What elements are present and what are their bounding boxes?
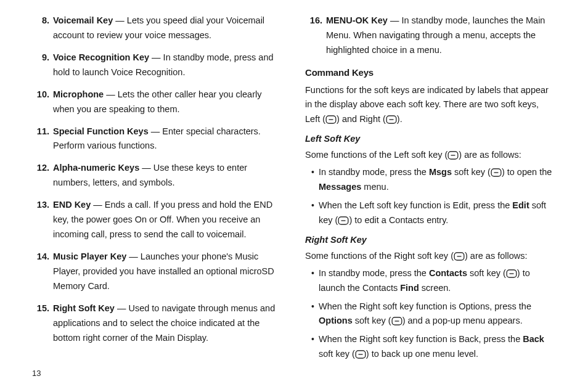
item-term: Right Soft Key: [53, 303, 115, 313]
item-term: Microphone: [53, 89, 104, 99]
list-item: 13.END Key — Ends a call. If you press a…: [53, 198, 283, 242]
softkey-icon: [386, 115, 397, 124]
command-keys-para: Functions for the soft keys are indicate…: [305, 83, 556, 128]
page: 8.Voicemail Key — Lets you speed dial yo…: [0, 0, 588, 392]
bullet-item: When the Left soft key function is Edit,…: [312, 198, 556, 228]
list-item: 9.Voice Recognition Key — In standby mod…: [53, 51, 283, 80]
item-term: Special Function Keys: [53, 126, 149, 136]
list-item: 15.Right Soft Key — Used to navigate thr…: [53, 301, 283, 346]
right-soft-key-heading: Right Soft Key: [305, 233, 556, 248]
item-term: MENU-OK Key: [326, 15, 388, 25]
bullet-item: When the Right soft key function is Back…: [312, 332, 556, 362]
bullet-item: In standby mode, press the Msgs soft key…: [312, 165, 556, 195]
left-soft-key-intro: Some functions of the Left soft key () a…: [305, 148, 556, 163]
softkey-icon: [447, 151, 459, 160]
item-number: 16.: [305, 14, 322, 28]
list-item: 8.Voicemail Key — Lets you speed dial yo…: [53, 14, 283, 43]
right-soft-key-intro: Some functions of the Right soft key () …: [305, 249, 556, 264]
softkey-icon: [355, 350, 366, 359]
page-number: 13: [32, 367, 41, 380]
item-number: 14.: [32, 250, 49, 264]
left-soft-key-heading: Left Soft Key: [305, 132, 556, 147]
key-list-left: 8.Voicemail Key — Lets you speed dial yo…: [32, 14, 283, 346]
item-number: 9.: [32, 51, 49, 65]
list-item: 14.Music Player Key — Launches your phon…: [53, 250, 283, 294]
softkey-icon: [454, 252, 465, 261]
softkey-icon: [506, 269, 517, 278]
item-number: 12.: [32, 161, 49, 176]
softkey-icon: [491, 168, 502, 177]
softkey-icon: [325, 115, 337, 124]
bullet-item: In standby mode, press the Contacts soft…: [312, 266, 556, 296]
right-soft-key-bullets: In standby mode, press the Contacts soft…: [305, 266, 556, 362]
item-number: 15.: [32, 301, 49, 316]
list-item: 11.Special Function Keys — Enter special…: [53, 125, 283, 154]
list-item: 16.MENU-OK Key — In standby mode, launch…: [326, 14, 556, 58]
left-column: 8.Voicemail Key — Lets you speed dial yo…: [32, 14, 294, 374]
softkey-icon: [338, 216, 349, 225]
key-list-right: 16.MENU-OK Key — In standby mode, launch…: [305, 14, 556, 58]
bullet-item: When the Right soft key function is Opti…: [312, 300, 556, 329]
item-term: END Key: [53, 200, 91, 210]
left-soft-key-bullets: In standby mode, press the Msgs soft key…: [305, 165, 556, 228]
list-item: 10.Microphone — Lets the other caller he…: [53, 88, 283, 117]
softkey-icon: [391, 317, 402, 325]
item-number: 13.: [32, 198, 49, 213]
item-term: Alpha-numeric Keys: [53, 163, 139, 173]
item-term: Voicemail Key: [53, 15, 113, 25]
right-column: 16.MENU-OK Key — In standby mode, launch…: [294, 14, 556, 374]
list-item: 12.Alpha-numeric Keys — Use these keys t…: [53, 161, 283, 190]
item-number: 8.: [32, 14, 49, 28]
command-keys-heading: Command Keys: [305, 65, 556, 81]
item-number: 11.: [32, 125, 49, 139]
item-term: Voice Recognition Key: [53, 52, 149, 62]
item-number: 10.: [32, 88, 49, 102]
item-term: Music Player Key: [53, 251, 126, 261]
